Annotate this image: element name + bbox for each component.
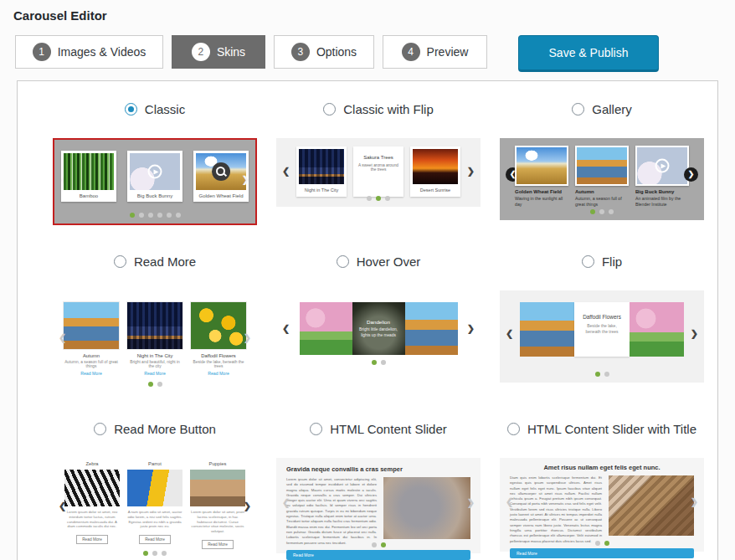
skin-preview-classic-with-flip[interactable]: ❮ Night in The City Sakura Trees A sweet…	[276, 138, 481, 207]
daffodil-image	[191, 302, 246, 349]
radio-button[interactable]	[582, 255, 594, 268]
next-arrow-icon: ❯	[244, 333, 251, 342]
tab-number-badge: 2	[192, 43, 210, 61]
hover-overlay: Dandelion Bright little dandelion, light…	[352, 302, 405, 355]
skin-radio-read-more[interactable]: Read More	[53, 254, 257, 269]
tab-label: Images & Videos	[58, 45, 146, 59]
skin-radio-classic[interactable]: Classic	[53, 101, 257, 116]
skin-radio-gallery[interactable]: Gallery	[500, 101, 704, 116]
pagination-dots	[500, 372, 704, 377]
tab-number-badge: 4	[402, 43, 420, 61]
skin-radio-classic-with-flip[interactable]: Classic with Flip	[276, 101, 481, 116]
pagination-dot	[590, 209, 595, 214]
pagination-dot	[385, 196, 390, 201]
pagination-dot	[595, 541, 600, 546]
item-title: Autumn	[575, 189, 629, 194]
item-description: Beside the lake, beneath the trees	[191, 360, 246, 368]
radio-button[interactable]	[114, 255, 126, 268]
radio-button[interactable]	[125, 103, 137, 116]
prev-arrow-icon: ❮	[506, 329, 513, 338]
skin-radio-html-content-slider-with-title[interactable]: HTML Content Slider with Title	[500, 421, 704, 436]
skin-preview-read-more-button[interactable]: ❮ Zebra Lorem ipsum dolor sit amet, nisi…	[53, 458, 257, 560]
radio-button[interactable]	[572, 103, 584, 116]
read-more-link: Read More	[127, 371, 182, 376]
pagination-dot	[604, 372, 609, 377]
skin-preview-html-content-slider-with-title[interactable]: ❮ Amet risus nullam eget felis eget nunc…	[500, 458, 704, 552]
cherry-blossom-image	[300, 302, 352, 355]
pagination-dot	[367, 196, 372, 201]
skin-preview-hover-over[interactable]: ❮ Dandelion Bright little dandelion, lig…	[276, 290, 481, 371]
read-more-link: Read More	[191, 371, 246, 376]
save-publish-button[interactable]: Save & Publish	[518, 35, 659, 72]
read-more-item: Daffodil Flowers Beside the lake, beneat…	[191, 302, 246, 376]
item-title: Puppies	[190, 461, 245, 466]
skin-preview-flip[interactable]: ❮ Daffodil Flowers Beside the lake, bene…	[500, 290, 704, 383]
slide-heading: Amet risus nullam eget felis eget nunc.	[510, 464, 694, 471]
card-caption: Big Buck Bunny	[130, 190, 180, 202]
autumn-image	[64, 302, 119, 349]
item-title: Autumn	[64, 353, 119, 358]
bamboo-image	[64, 153, 114, 190]
slide-text: Lorem ipsum dolor sit amet, consectetur …	[286, 477, 377, 546]
item-title: Night in The City	[127, 353, 182, 358]
skin-preview-html-content-slider[interactable]: ❮ Gravida neque convallis a cras semper …	[276, 458, 481, 553]
read-more-button-item: Zebra Lorem ipsum dolor sit amet, nisi i…	[64, 461, 120, 549]
read-more-button: Read More	[76, 535, 108, 544]
kitten-image	[383, 477, 470, 539]
slide-columns: Lorem ipsum dolor sit amet, consectetur …	[286, 477, 470, 546]
carousel-items: Autumn Autumn, a season full of great th…	[53, 290, 257, 376]
prev-arrow-icon: ❮	[59, 501, 66, 511]
carousel-card: Golden Wheat Field	[193, 151, 249, 202]
radio-button[interactable]	[323, 103, 336, 116]
skin-label: Flip	[602, 254, 622, 269]
radio-button[interactable]	[337, 255, 349, 268]
next-arrow-icon: ❯	[467, 498, 475, 507]
pagination-dots	[276, 542, 481, 547]
pagination-dot	[372, 360, 377, 365]
tab-skins[interactable]: 2 Skins	[172, 35, 265, 69]
skin-preview-gallery[interactable]: ❮ Golden Wheat Field Waving in the sunli…	[500, 138, 704, 220]
skin-label: Hover Over	[357, 254, 421, 269]
radio-button[interactable]	[94, 423, 106, 435]
skin-label: HTML Content Slider with Title	[527, 422, 696, 436]
skin-option-classic-with-flip: Classic with Flip ❮ Night in The City Sa…	[276, 101, 481, 207]
skin-label: HTML Content Slider	[330, 422, 447, 436]
skin-option-flip: Flip ❮ Daffodil Flowers Beside the lake,…	[500, 254, 704, 383]
skin-preview-classic[interactable]: ❮ Bamboo Big Buck Bunny	[53, 138, 257, 225]
sunrise-image	[413, 149, 458, 184]
read-more-button: Read More	[139, 535, 171, 544]
pagination-dot	[143, 551, 148, 556]
skin-label: Classic	[145, 102, 185, 116]
tab-images-videos[interactable]: 1 Images & Videos	[15, 35, 163, 69]
skin-radio-flip[interactable]: Flip	[500, 254, 704, 269]
skin-row-2: Read More ❮ Autumn Autumn, a season full…	[53, 254, 702, 393]
skin-preview-read-more[interactable]: ❮ Autumn Autumn, a season full of great …	[53, 290, 257, 393]
tab-number-badge: 3	[291, 43, 310, 61]
read-more-link: Read More	[64, 371, 119, 376]
read-more-button: Read More	[286, 550, 470, 560]
skin-radio-read-more-button[interactable]: Read More Button	[53, 421, 257, 436]
tab-bar: 1 Images & Videos 2 Skins 3 Options 4 Pr…	[15, 35, 735, 72]
carousel-items: Daffodil Flowers Beside the lake, beneat…	[500, 290, 704, 357]
radio-button[interactable]	[507, 423, 520, 435]
radio-button[interactable]	[310, 423, 322, 435]
tab-preview[interactable]: 4 Preview	[383, 35, 487, 69]
prev-arrow-icon: ❮	[59, 333, 66, 342]
next-arrow-icon: ❯	[691, 329, 698, 338]
skin-radio-hover-over[interactable]: Hover Over	[276, 254, 481, 269]
carousel-cards: Bamboo Big Buck Bunny Golden Wheat Field	[54, 140, 255, 202]
item-description: Waving in the sunlight all day	[515, 196, 568, 207]
item-title: Golden Wheat Field	[515, 189, 568, 194]
skin-option-read-more: Read More ❮ Autumn Autumn, a season full…	[53, 254, 257, 393]
tab-options[interactable]: 3 Options	[274, 35, 374, 69]
skin-radio-html-content-slider[interactable]: HTML Content Slider	[276, 421, 481, 436]
overlay-description: Bright little dandelion, lights up the m…	[356, 327, 402, 337]
video-thumbnail	[635, 146, 689, 186]
pagination-dot	[167, 213, 172, 218]
item-text: A nam ipsum odio sit amet, auctor odio l…	[127, 510, 182, 529]
carousel-cards: Night in The City Sakura Trees A sweet a…	[276, 138, 481, 197]
autumn-image	[575, 146, 629, 186]
item-description: Bright and beautiful, night in the city	[127, 360, 182, 368]
skin-label: Read More	[134, 254, 196, 269]
page-title: Carousel Editor	[0, 0, 735, 23]
